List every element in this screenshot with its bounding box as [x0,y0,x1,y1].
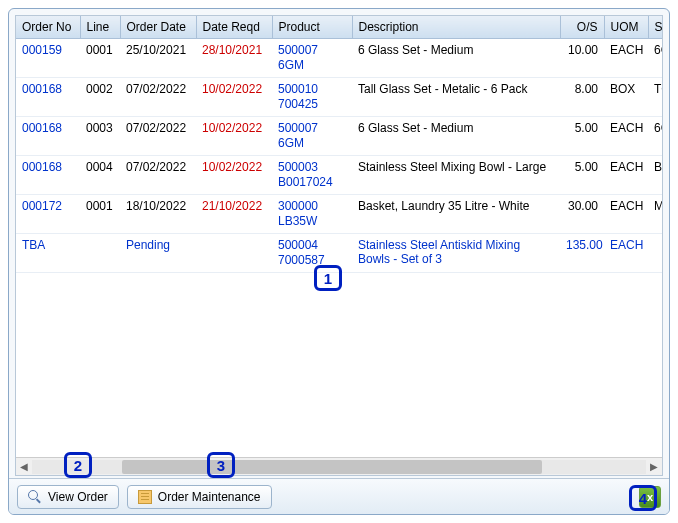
table-row[interactable]: 000172000118/10/202221/10/2022300000LB35… [16,195,662,234]
scroll-thumb[interactable] [122,460,542,474]
view-order-button[interactable]: View Order [17,485,119,509]
col-description[interactable]: Description [352,16,560,39]
table-row[interactable]: 000168000407/02/202210/02/2022500003B001… [16,156,662,195]
cell-order-no: 000168 [16,156,80,195]
col-os[interactable]: O/S [560,16,604,39]
cell-description: Stainless Steel Mixing Bowl - Large [352,156,560,195]
cell: EACH [604,234,648,273]
scroll-right-arrow[interactable]: ▶ [646,459,662,475]
cell: EACH [604,195,648,234]
cell: 07/02/2022 [120,78,196,117]
cell: 0004 [80,156,120,195]
cell: 8.00 [560,78,604,117]
orders-grid: Order No Line Order Date Date Reqd Produ… [15,15,663,476]
cell-product: 5000047000587 [272,234,352,273]
cell: Ma [648,195,662,234]
toolbar: View Order Order Maintenance x [9,478,669,514]
cell-description: Basket, Laundry 35 Litre - White [352,195,560,234]
col-product[interactable]: Product [272,16,352,39]
col-extra[interactable]: S [648,16,662,39]
cell: 0001 [80,39,120,78]
cell-order-no: 000168 [16,117,80,156]
cell-order-no: 000172 [16,195,80,234]
table-row[interactable]: 000159000125/10/202128/10/20215000076GM6… [16,39,662,78]
cell: EACH [604,117,648,156]
cell: 10/02/2022 [196,117,272,156]
orders-panel: Order No Line Order Date Date Reqd Produ… [8,8,670,515]
col-order-date[interactable]: Order Date [120,16,196,39]
cell: 135.00 [560,234,604,273]
cell-description: 6 Glass Set - Medium [352,39,560,78]
cell-description: 6 Glass Set - Medium [352,117,560,156]
cell: 18/10/2022 [120,195,196,234]
cell: EACH [604,156,648,195]
cell: EACH [604,39,648,78]
cell-description: Stainless Steel Antiskid Mixing Bowls - … [352,234,560,273]
cell: 10/02/2022 [196,78,272,117]
cell: 0003 [80,117,120,156]
scroll-left-arrow[interactable]: ◀ [16,459,32,475]
order-maint-label: Order Maintenance [158,490,261,504]
cell-product: 5000076GM [272,117,352,156]
cell-order-no: 000159 [16,39,80,78]
cell: 25/10/2021 [120,39,196,78]
orders-table: Order No Line Order Date Date Reqd Produ… [16,16,662,273]
cell: 21/10/2022 [196,195,272,234]
export-excel-button[interactable]: x [639,486,661,508]
table-row[interactable]: TBAPending5000047000587Stainless Steel A… [16,234,662,273]
col-uom[interactable]: UOM [604,16,648,39]
cell-order-no: TBA [16,234,80,273]
cell: 0001 [80,195,120,234]
cell [80,234,120,273]
cell: 07/02/2022 [120,156,196,195]
cell-product: 300000LB35W [272,195,352,234]
scroll-track[interactable] [32,460,646,474]
cell: TG [648,78,662,117]
cell: 5.00 [560,156,604,195]
cell: 0002 [80,78,120,117]
cell-product: 5000076GM [272,39,352,78]
col-line[interactable]: Line [80,16,120,39]
cell: BOX [604,78,648,117]
cell: BO [648,156,662,195]
cell: Pending [120,234,196,273]
cell-order-no: 000168 [16,78,80,117]
table-header-row: Order No Line Order Date Date Reqd Produ… [16,16,662,39]
cell: 10.00 [560,39,604,78]
cell: 30.00 [560,195,604,234]
excel-icon: x [647,491,653,503]
magnifier-icon [28,490,42,504]
cell [648,234,662,273]
order-maintenance-button[interactable]: Order Maintenance [127,485,272,509]
horizontal-scrollbar[interactable]: ◀ ▶ [16,457,662,475]
cell: 07/02/2022 [120,117,196,156]
view-order-label: View Order [48,490,108,504]
cell-product: 500010700425 [272,78,352,117]
col-date-reqd[interactable]: Date Reqd [196,16,272,39]
table-row[interactable]: 000168000307/02/202210/02/20225000076GM6… [16,117,662,156]
cell-description: Tall Glass Set - Metalic - 6 Pack [352,78,560,117]
col-order-no[interactable]: Order No [16,16,80,39]
cell: 5.00 [560,117,604,156]
document-icon [138,490,152,504]
cell: 10/02/2022 [196,156,272,195]
cell-product: 500003B0017024 [272,156,352,195]
cell: 6G [648,39,662,78]
table-row[interactable]: 000168000207/02/202210/02/20225000107004… [16,78,662,117]
cell: 6G [648,117,662,156]
cell [196,234,272,273]
cell: 28/10/2021 [196,39,272,78]
